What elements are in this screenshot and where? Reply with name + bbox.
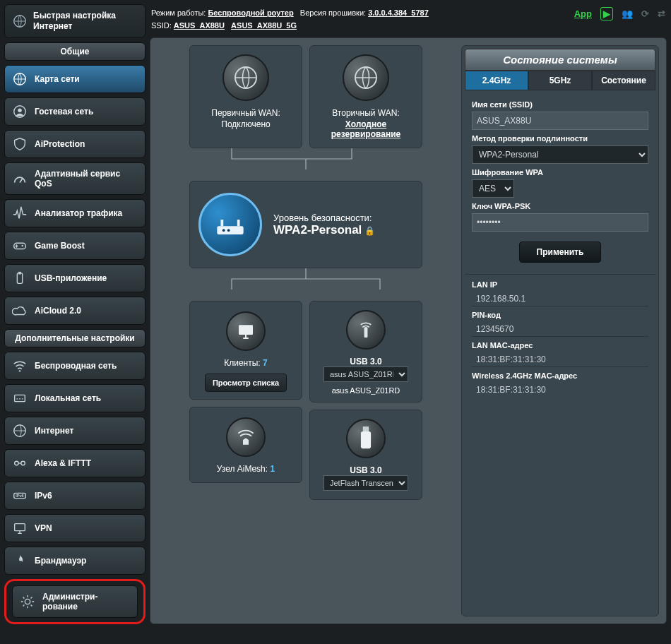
app-link[interactable]: App	[574, 8, 592, 19]
svg-rect-7	[17, 273, 22, 284]
ssid-label: SSID:	[151, 21, 172, 30]
globe-icon	[12, 71, 28, 87]
sidebar-item-usb-app[interactable]: USB-приложение	[4, 264, 146, 292]
shield-icon	[12, 136, 28, 152]
mode-link[interactable]: Беспроводной роутер	[208, 8, 293, 17]
lan-icon	[12, 390, 28, 406]
sidebar-item-game-boost[interactable]: Game Boost	[4, 232, 146, 260]
usb2-card[interactable]: USB 3.0 JetFlash Transcend	[309, 410, 422, 500]
apply-button[interactable]: Применить	[519, 242, 602, 263]
sidebar-item-administration[interactable]: Администри- рование	[4, 579, 146, 624]
topbar: Режим работы: Беспроводной роутер Версия…	[150, 4, 667, 35]
svg-point-13	[21, 461, 25, 465]
usb-top-icon[interactable]: ⇄	[658, 8, 665, 19]
ssid-field-label: Имя сети (SSID)	[472, 100, 648, 109]
ssid-input[interactable]	[472, 112, 648, 130]
usb1-select[interactable]: asus ASUS_Z01RD	[323, 366, 408, 382]
svg-point-21	[222, 229, 225, 232]
sidebar-item-label: AiProtection	[35, 139, 85, 149]
quick-internet-setup-label: Быстрая настройка Интернет	[33, 11, 138, 32]
sidebar-item-traffic-analyzer[interactable]: Анализатор трафика	[4, 199, 146, 227]
aimesh-card[interactable]: Узел AiMesh: 1	[189, 407, 302, 483]
sidebar-item-wireless[interactable]: Беспроводная сеть	[4, 352, 146, 380]
gamepad-icon	[12, 238, 28, 254]
view-clients-button[interactable]: Просмотр списка	[205, 374, 287, 392]
system-status-header: Состояние системы	[465, 49, 655, 71]
auth-select[interactable]: WPA2-Personal	[472, 145, 648, 164]
network-map: Первичный WAN: Подключено Вторичный WAN:…	[158, 45, 454, 616]
router-icon	[198, 193, 262, 256]
sidebar-item-label: Интернет	[35, 426, 73, 436]
security-value: WPA2-Personal	[273, 223, 362, 237]
sidebar-item-label: Анализатор трафика	[35, 208, 122, 218]
guest-icon	[12, 104, 28, 119]
tab-24ghz[interactable]: 2.4GHz	[465, 71, 528, 90]
sidebar-item-aicloud[interactable]: AiCloud 2.0	[4, 297, 146, 325]
usb-drive-icon	[346, 419, 386, 458]
router-card[interactable]: Уровень безопасности: WPA2-Personal🔒	[189, 181, 422, 268]
sidebar-item-ipv6[interactable]: IPv6 IPv6	[4, 482, 146, 510]
svg-rect-24	[364, 328, 368, 338]
play-icon[interactable]: ▶	[600, 7, 613, 20]
svg-line-4	[20, 179, 23, 183]
system-status-panel: Состояние системы 2.4GHz 5GHz Состояние …	[461, 45, 659, 616]
primary-wan-card[interactable]: Первичный WAN: Подключено	[189, 45, 302, 148]
enc-select[interactable]: AES	[472, 179, 514, 198]
wpa-key-input[interactable]	[472, 213, 648, 232]
usb2-title: USB 3.0	[316, 465, 416, 475]
fire-icon	[12, 553, 28, 568]
usb1-card[interactable]: USB 3.0 asus ASUS_Z01RD asus ASUS_Z01RD	[309, 301, 422, 402]
aimesh-count: 1	[270, 464, 275, 474]
wifi-icon	[12, 358, 28, 374]
usb-icon	[12, 270, 28, 286]
gear-globe-icon	[12, 13, 28, 29]
main-area: Режим работы: Беспроводной роутер Версия…	[150, 4, 667, 624]
sidebar-item-label: Game Boost	[35, 241, 85, 251]
sidebar-item-network-map[interactable]: Карта сети	[4, 65, 146, 93]
clients-card[interactable]: Клиенты: 7 Просмотр списка	[189, 301, 302, 400]
sidebar-item-label: Администри- рование	[42, 592, 130, 612]
quick-internet-setup-button[interactable]: Быстрая настройка Интернет	[4, 4, 146, 38]
sidebar-item-lan[interactable]: Локальная сеть	[4, 384, 146, 412]
sidebar-item-qos[interactable]: Адаптивный сервис QoS	[4, 162, 146, 195]
pin-label: PIN-код	[472, 311, 648, 319]
ipv6-icon: IPv6	[12, 488, 28, 503]
wan1-status: Подключено	[196, 119, 296, 129]
sidebar-item-alexa-ifttt[interactable]: Alexa & IFTTT	[4, 449, 146, 477]
svg-point-12	[15, 461, 19, 465]
secondary-wan-card[interactable]: Вторичный WAN: Холодное резервирование	[309, 45, 422, 148]
svg-rect-25	[363, 427, 369, 431]
ssid2-link[interactable]: ASUS_AX88U_5G	[231, 21, 297, 30]
connector-lines	[158, 148, 454, 169]
globe-icon	[222, 54, 269, 101]
svg-point-3	[18, 108, 22, 112]
globe-icon	[343, 54, 389, 101]
clients-label: Клиенты:	[224, 358, 260, 368]
sidebar-item-guest-network[interactable]: Гостевая сеть	[4, 97, 146, 126]
svg-text:IPv6: IPv6	[16, 494, 23, 498]
svg-rect-8	[18, 272, 21, 275]
pulse-icon	[12, 205, 28, 221]
reboot-icon[interactable]: ⟳	[641, 8, 649, 19]
wan2-status[interactable]: Холодное резервирование	[316, 119, 416, 139]
tab-5ghz[interactable]: 5GHz	[528, 71, 592, 90]
sidebar-item-vpn[interactable]: VPN	[4, 514, 146, 542]
tab-status[interactable]: Состояние	[592, 71, 655, 90]
sidebar-item-label: Адаптивный сервис QoS	[35, 169, 138, 189]
usb2-select[interactable]: JetFlash Transcend	[323, 475, 408, 491]
svg-point-9	[19, 370, 20, 371]
users-icon[interactable]: 👥	[622, 8, 633, 19]
sidebar-item-firewall[interactable]: Брандмауэр	[4, 547, 146, 575]
fw-link[interactable]: 3.0.0.4.384_5787	[368, 8, 429, 17]
svg-point-17	[25, 599, 30, 604]
sidebar-item-internet[interactable]: Интернет	[4, 417, 146, 445]
sidebar-item-label: Карта сети	[35, 74, 80, 84]
auth-field-label: Метод проверки подлинности	[472, 134, 648, 143]
connector-lines	[158, 268, 454, 290]
svg-rect-10	[15, 395, 25, 401]
sidebar-item-aiprotection[interactable]: AiProtection	[4, 130, 146, 158]
svg-point-6	[21, 245, 23, 246]
ssid1-link[interactable]: ASUS_AX88U	[174, 21, 225, 30]
svg-rect-20	[217, 227, 243, 235]
lock-icon: 🔒	[364, 226, 375, 236]
